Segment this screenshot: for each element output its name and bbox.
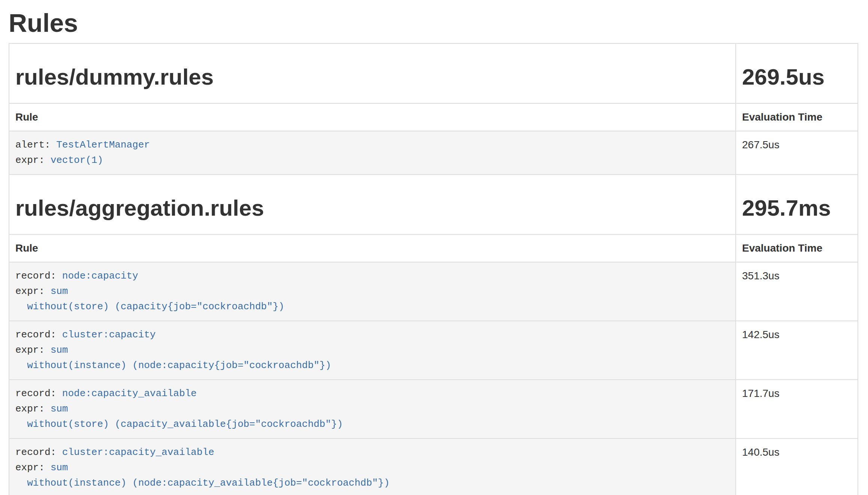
rule-definition-cell: record: node:capacity expr: sum without(… [9,262,736,321]
rule-definition: record: node:capacity expr: sum without(… [15,268,729,315]
rule-row: record: cluster:capacity_available expr:… [9,438,858,495]
rule-group-name-cell: rules/aggregation.rules [9,174,736,234]
rule-link[interactable]: sum without(instance) (node:capacity{job… [15,344,331,371]
rule-link[interactable]: sum without(store) (capacity{job="cockro… [15,286,284,312]
rule-group-file: rules/dummy.rules [15,65,729,89]
rule-definition: record: node:capacity_available expr: su… [15,386,729,432]
rule-link[interactable]: TestAlertManager [56,139,150,151]
rule-keyword: expr: [15,462,51,473]
rules-table: rules/dummy.rules 269.5us Rule Evaluatio… [9,43,858,495]
rules-page: Rules rules/dummy.rules 269.5us Rule Eva… [0,9,868,495]
rules-table-body: rules/dummy.rules 269.5us Rule Evaluatio… [9,43,858,495]
rule-link[interactable]: cluster:capacity_available [62,447,214,458]
rule-column-header: Rule [9,234,736,262]
rule-eval-time: 140.5us [736,438,858,495]
rule-keyword: expr: [15,344,51,356]
rule-eval-time: 267.5us [736,131,858,174]
rule-row: record: node:capacity expr: sum without(… [9,262,858,321]
rule-eval-time: 171.7us [736,380,858,438]
rule-link[interactable]: node:capacity [62,270,138,282]
rule-group-file: rules/aggregation.rules [15,196,729,221]
rule-row: alert: TestAlertManager expr: vector(1) … [9,131,858,174]
rule-definition: record: cluster:capacity expr: sum witho… [15,327,729,373]
rule-definition-cell: record: cluster:capacity_available expr:… [9,438,736,495]
rule-keyword: expr: [15,286,51,297]
eval-time-column-header: Evaluation Time [736,234,858,262]
eval-time-column-header: Evaluation Time [736,103,858,131]
rule-column-header: Rule [9,103,736,131]
rule-group-header-row: rules/dummy.rules 269.5us [9,43,858,103]
rule-link[interactable]: node:capacity_available [62,388,197,399]
column-header-row: Rule Evaluation Time [9,234,858,262]
rule-definition-cell: alert: TestAlertManager expr: vector(1) [9,131,736,174]
rule-link[interactable]: sum without(instance) (node:capacity_ava… [15,462,390,489]
rule-keyword: record: [15,329,62,340]
column-header-row: Rule Evaluation Time [9,103,858,131]
rule-keyword: record: [15,447,62,458]
rule-definition: alert: TestAlertManager expr: vector(1) [15,137,729,168]
rule-eval-time: 351.3us [736,262,858,321]
rule-group-name-cell: rules/dummy.rules [9,43,736,103]
rule-link[interactable]: vector(1) [51,155,103,166]
rule-keyword: alert: [15,139,56,151]
rule-group-eval-time: 269.5us [742,65,852,89]
rule-group-time-cell: 295.7ms [736,174,858,234]
rule-eval-time: 142.5us [736,321,858,380]
rule-group-header-row: rules/aggregation.rules 295.7ms [9,174,858,234]
page-title: Rules [9,9,858,37]
rule-keyword: record: [15,270,62,282]
rule-definition-cell: record: cluster:capacity expr: sum witho… [9,321,736,380]
rule-row: record: node:capacity_available expr: su… [9,380,858,438]
rule-definition-cell: record: node:capacity_available expr: su… [9,380,736,438]
rule-group-eval-time: 295.7ms [742,196,852,221]
rule-link[interactable]: sum without(store) (capacity_available{j… [15,403,343,430]
rule-group-time-cell: 269.5us [736,43,858,103]
rule-link[interactable]: cluster:capacity [62,329,156,340]
rule-keyword: record: [15,388,62,399]
rule-keyword: expr: [15,155,51,166]
rule-keyword: expr: [15,403,51,414]
rule-definition: record: cluster:capacity_available expr:… [15,445,729,491]
rule-row: record: cluster:capacity expr: sum witho… [9,321,858,380]
